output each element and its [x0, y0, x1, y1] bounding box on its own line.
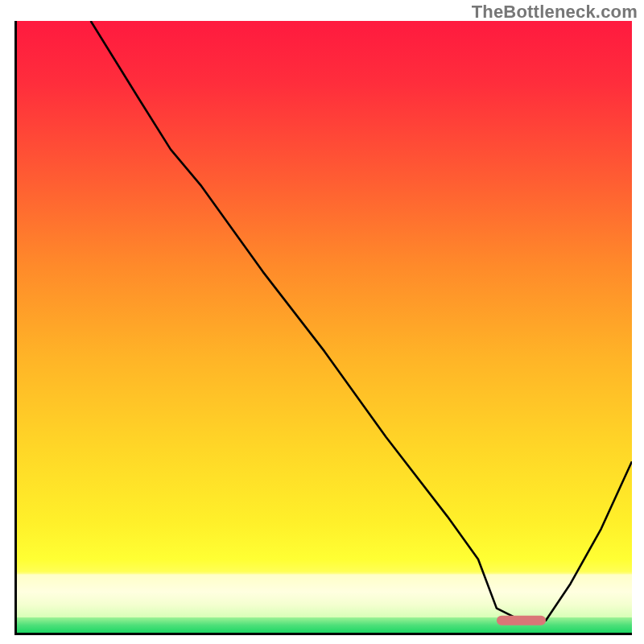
plot-area	[14, 21, 632, 635]
watermark-text: TheBottleneck.com	[472, 2, 638, 23]
chart-frame: TheBottleneck.com	[0, 0, 644, 644]
bottleneck-curve	[17, 21, 632, 633]
